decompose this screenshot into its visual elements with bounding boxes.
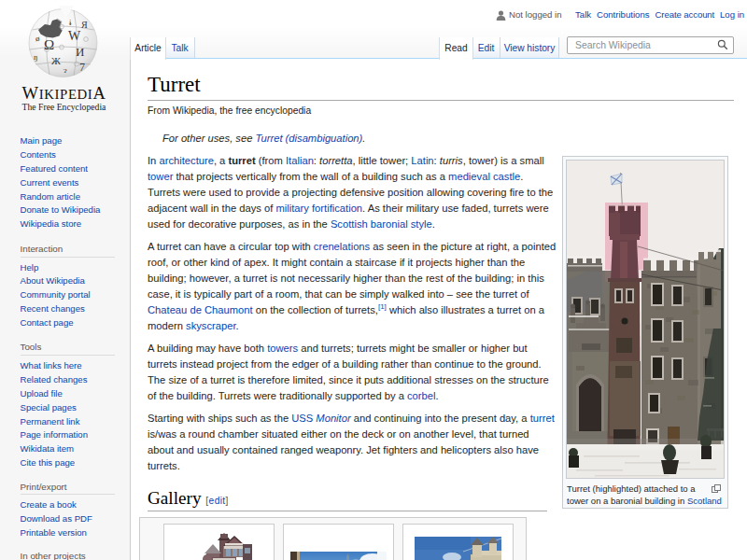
svg-text:Ω: Ω — [44, 37, 54, 52]
svg-text:ø: ø — [35, 34, 40, 43]
svg-text:Ж: Ж — [51, 55, 61, 66]
svg-text:ŋ: ŋ — [34, 52, 37, 62]
svg-text:И: И — [76, 45, 84, 59]
svg-text:ɂ: ɂ — [63, 65, 67, 75]
svg-text:W: W — [68, 29, 81, 43]
svg-text:Я: Я — [81, 20, 88, 30]
svg-text:7: 7 — [79, 61, 85, 74]
